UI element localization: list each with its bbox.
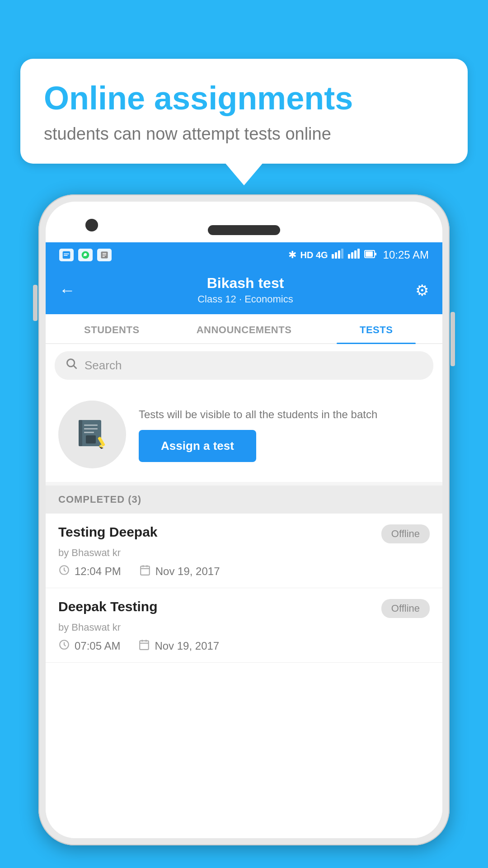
phone-outer-shell: ✱ HD 4G <box>38 194 450 845</box>
app-header: ← Bikash test Class 12 · Economics ⚙ <box>46 268 442 314</box>
test-name-1: Testing Deepak <box>58 524 158 540</box>
svg-rect-19 <box>79 420 82 446</box>
svg-rect-9 <box>348 254 350 259</box>
calendar-icon-2 <box>138 639 150 653</box>
svg-rect-21 <box>84 428 98 429</box>
back-button[interactable]: ← <box>59 281 75 300</box>
svg-rect-6 <box>335 252 337 259</box>
camera-dot <box>85 219 98 231</box>
offline-badge-1: Offline <box>381 524 430 543</box>
phone-screen: ✱ HD 4G <box>46 202 442 838</box>
svg-line-17 <box>74 366 76 368</box>
clock-icon-2 <box>58 639 70 653</box>
svg-rect-11 <box>354 250 357 259</box>
search-bar[interactable]: Search <box>55 351 433 380</box>
svg-rect-28 <box>141 566 150 575</box>
test-by-1: by Bhaswat kr <box>58 547 430 559</box>
header-title-group: Bikash test Class 12 · Economics <box>75 275 415 305</box>
meta-time-2: 07:05 AM <box>58 639 120 653</box>
svg-rect-14 <box>366 251 373 257</box>
completed-section-header: COMPLETED (3) <box>46 486 442 514</box>
volume-button-left <box>33 285 38 321</box>
assign-section: Tests will be visible to all the student… <box>46 387 442 482</box>
phone-mockup: ✱ HD 4G <box>38 194 450 868</box>
date-value-1: Nov 19, 2017 <box>155 565 220 578</box>
speaker-pill <box>208 225 280 235</box>
calendar-icon <box>139 564 151 579</box>
svg-rect-20 <box>84 425 98 426</box>
power-button-right <box>450 312 455 366</box>
svg-point-16 <box>67 359 75 367</box>
bubble-subtitle: students can now attempt tests online <box>44 124 444 144</box>
test-by-2: by Bhaswat kr <box>58 622 430 633</box>
completed-label: COMPLETED (3) <box>58 494 141 505</box>
speech-bubble: Online assignments students can now atte… <box>20 59 468 164</box>
test-meta-1: 12:04 PM <box>58 564 430 579</box>
svg-rect-23 <box>86 435 96 443</box>
tab-announcements[interactable]: ANNOUNCEMENTS <box>178 314 310 343</box>
test-item: Testing Deepak Offline by Bhaswat kr <box>46 514 442 588</box>
search-icon <box>66 358 78 373</box>
tab-students[interactable]: STUDENTS <box>46 314 178 343</box>
assign-description: Tests will be visible to all the student… <box>139 407 430 422</box>
content-area: Search <box>46 344 442 838</box>
meta-date-2: Nov 19, 2017 <box>138 639 219 653</box>
svg-rect-22 <box>84 432 94 433</box>
clock-icon <box>58 564 70 579</box>
bubble-title: Online assignments <box>44 80 444 116</box>
svg-rect-5 <box>332 254 334 259</box>
meta-date-1: Nov 19, 2017 <box>139 564 220 579</box>
phone-top-bar <box>46 202 442 251</box>
svg-rect-33 <box>140 641 149 650</box>
test-name-2: Deepak Testing <box>58 599 158 614</box>
time-value-1: 12:04 PM <box>75 565 121 578</box>
class-name: Bikash test <box>75 275 415 292</box>
svg-rect-15 <box>375 253 376 255</box>
test-list: Testing Deepak Offline by Bhaswat kr <box>46 514 442 838</box>
test-meta-2: 07:05 AM <box>58 639 430 653</box>
time-value-2: 07:05 AM <box>75 640 120 652</box>
test-item-header-2: Deepak Testing Offline <box>58 599 430 618</box>
tabs-bar: STUDENTS ANNOUNCEMENTS TESTS <box>46 314 442 344</box>
class-subtitle: Class 12 · Economics <box>75 293 415 305</box>
settings-icon[interactable]: ⚙ <box>415 281 429 299</box>
meta-time-1: 12:04 PM <box>58 564 121 579</box>
search-container: Search <box>46 344 442 387</box>
test-item-2: Deepak Testing Offline by Bhaswat kr <box>46 588 442 663</box>
svg-rect-2 <box>64 255 67 256</box>
assign-test-button[interactable]: Assign a test <box>139 430 256 462</box>
svg-rect-10 <box>351 252 353 259</box>
tab-tests[interactable]: TESTS <box>310 314 442 343</box>
notebook-icon-circle <box>58 401 126 468</box>
date-value-2: Nov 19, 2017 <box>155 640 219 652</box>
svg-rect-7 <box>338 250 340 259</box>
offline-badge-2: Offline <box>381 599 430 618</box>
svg-rect-1 <box>64 254 69 255</box>
test-item-header-1: Testing Deepak Offline <box>58 524 430 543</box>
search-placeholder: Search <box>84 359 122 373</box>
assign-right: Tests will be visible to all the student… <box>139 407 430 462</box>
